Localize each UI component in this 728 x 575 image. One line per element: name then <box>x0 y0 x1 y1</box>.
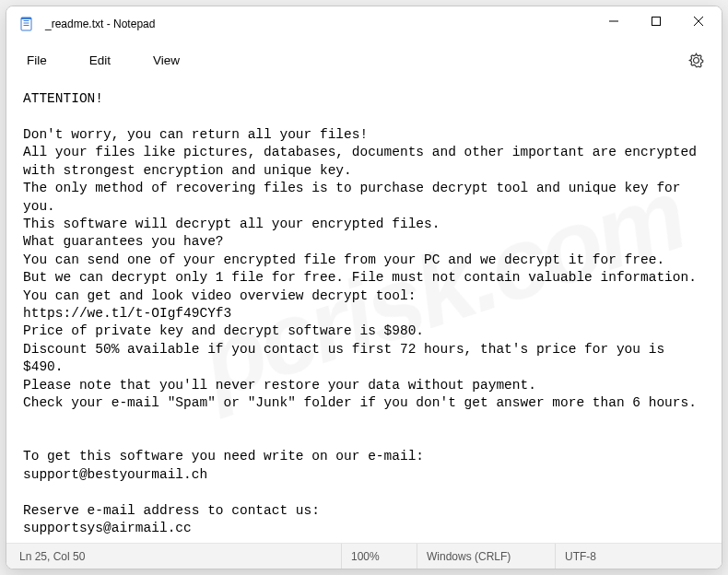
text-content[interactable]: ATTENTION! Don't worry, you can return a… <box>6 78 722 543</box>
notepad-icon <box>19 17 34 31</box>
status-eol: Windows (CRLF) <box>417 544 556 569</box>
statusbar: Ln 25, Col 50 100% Windows (CRLF) UTF-8 <box>6 543 722 569</box>
svg-rect-0 <box>21 18 31 30</box>
menu-file[interactable]: File <box>14 48 60 73</box>
titlebar: _readme.txt - Notepad <box>6 6 722 41</box>
menu-view[interactable]: View <box>140 48 193 73</box>
status-encoding: UTF-8 <box>556 544 722 569</box>
menubar: File Edit View <box>6 41 722 78</box>
close-button[interactable] <box>677 6 720 36</box>
svg-rect-4 <box>21 18 31 19</box>
status-zoom: 100% <box>342 544 417 569</box>
notepad-window: _readme.txt - Notepad File Edit View ATT… <box>6 6 722 569</box>
window-title: _readme.txt - Notepad <box>45 18 593 30</box>
window-controls <box>593 6 720 41</box>
maximize-button[interactable] <box>635 6 677 36</box>
svg-rect-6 <box>652 18 661 26</box>
minimize-button[interactable] <box>593 6 635 36</box>
menu-edit[interactable]: Edit <box>76 48 123 73</box>
gear-icon <box>688 53 704 68</box>
settings-button[interactable] <box>681 45 710 75</box>
status-position: Ln 25, Col 50 <box>19 544 342 569</box>
